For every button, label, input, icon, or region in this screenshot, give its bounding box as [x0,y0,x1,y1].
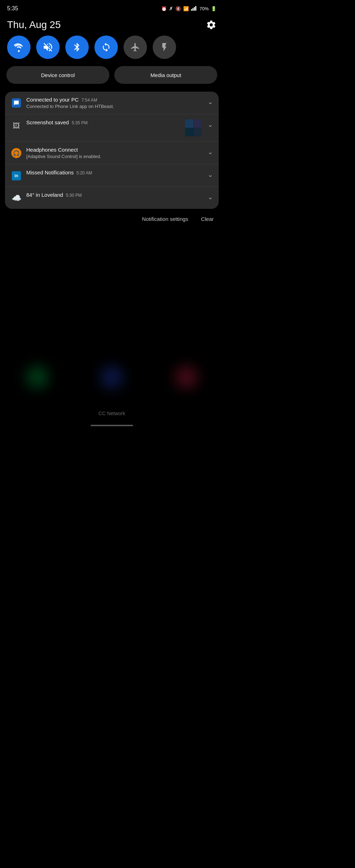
notif-time-weather: 5:30 PM [66,193,82,198]
flashlight-toggle[interactable] [153,36,176,59]
wifi-status-icon: 📶 [183,6,189,11]
notification-content-headphones: Headphones Connect [Adaptive Sound Contr… [26,147,205,159]
phone-link-icon [12,98,21,108]
notif-title-row-linkedin: Missed Notifications 5:20 AM [26,169,205,175]
action-buttons: Device control Media output [0,66,224,92]
notif-time-linkedin: 5:20 AM [76,170,92,175]
notif-title-row: Connected to your PC 7:54 AM [26,97,205,103]
chevron-down-icon-headphones: ⌄ [208,148,213,156]
quick-toggles [0,36,224,66]
network-label: CC Network [98,411,125,416]
notification-icon-phone-link [11,97,22,109]
bottom-handle [91,425,133,426]
notification-icon-headphones: 🎧 [11,147,22,159]
battery-level: 70% [200,6,209,11]
notification-screenshot[interactable]: 🖼 Screenshot saved 5:35 PM ⌄ [5,114,219,142]
date-display: Thu, Aug 25 [7,19,61,31]
clear-button[interactable]: Clear [198,215,217,223]
notif-time: 7:54 AM [82,98,97,103]
screenshot-thumbnail [185,119,202,136]
status-bar: 5:35 ⏰ ✗ 🔇 📶 70% 🔋 [0,0,224,16]
wifi-toggle[interactable] [7,36,31,59]
svg-rect-3 [195,6,196,11]
notification-headphones[interactable]: 🎧 Headphones Connect [Adaptive Sound Con… [5,142,219,164]
sync-toggle[interactable] [94,36,118,59]
notification-settings-button[interactable]: Notification settings [139,215,191,223]
svg-rect-1 [192,8,193,11]
notif-title-screenshot: Screenshot saved [26,119,69,125]
notif-title-row-screenshot: Screenshot saved 5:35 PM [26,119,185,125]
notif-title-row-headphones: Headphones Connect [26,147,205,153]
device-control-button[interactable]: Device control [6,66,109,84]
chevron-down-icon: ⌄ [208,98,213,106]
notification-linkedin[interactable]: in Missed Notifications 5:20 AM ⌄ [5,164,219,187]
alarm-icon: ⏰ [161,6,167,11]
chevron-down-icon-linkedin: ⌄ [208,171,213,179]
settings-button[interactable] [206,20,217,30]
chevron-down-icon-screenshot: ⌄ [208,121,213,129]
screenshot-icon: 🖼 [13,122,20,130]
dark-area [0,223,224,401]
bluetooth-status-icon: ✗ [169,6,173,11]
notification-weather[interactable]: ☁️ 84° in Loveland 5:30 PM ⌄ [5,187,219,209]
notif-body: Connected to Phone Link app on HTBeast. [26,104,205,109]
media-output-button[interactable]: Media output [114,66,217,84]
bottom-actions: Notification settings Clear [0,209,224,223]
notification-content-phone-link: Connected to your PC 7:54 AM Connected t… [26,97,205,109]
airplane-toggle[interactable] [124,36,147,59]
status-icons: ⏰ ✗ 🔇 📶 70% 🔋 [161,6,217,12]
svg-rect-0 [191,9,192,11]
notification-content-linkedin: Missed Notifications 5:20 AM [26,169,205,175]
notif-title: Connected to your PC [26,97,79,103]
notification-phone-link[interactable]: Connected to your PC 7:54 AM Connected t… [5,92,219,114]
notif-title-weather: 84° in Loveland [26,192,63,198]
battery-icon: 🔋 [211,6,217,11]
svg-rect-2 [194,7,195,11]
notif-body-headphones: [Adaptive Sound Control] is enabled. [26,154,205,159]
notif-title-headphones: Headphones Connect [26,147,78,153]
notification-icon-screenshot: 🖼 [11,120,22,131]
notification-content-weather: 84° in Loveland 5:30 PM [26,192,205,198]
notif-title-linkedin: Missed Notifications [26,169,73,175]
notif-title-row-weather: 84° in Loveland 5:30 PM [26,192,205,198]
weather-cloud-icon: ☁️ [12,194,21,203]
chevron-down-icon-weather: ⌄ [208,193,213,201]
sound-toggle[interactable] [36,36,60,59]
notifications-container: Connected to your PC 7:54 AM Connected t… [5,92,219,209]
signal-icon [191,6,197,12]
notification-icon-weather: ☁️ [11,192,22,204]
date-row: Thu, Aug 25 [0,16,224,36]
linkedin-icon: in [12,171,21,180]
bluetooth-toggle[interactable] [65,36,89,59]
notif-time-screenshot: 5:35 PM [72,120,88,125]
notification-icon-linkedin: in [11,170,22,181]
headphones-icon: 🎧 [11,148,21,158]
notification-content-screenshot: Screenshot saved 5:35 PM [26,119,185,125]
mute-icon: 🔇 [175,6,181,11]
status-time: 5:35 [7,5,18,12]
